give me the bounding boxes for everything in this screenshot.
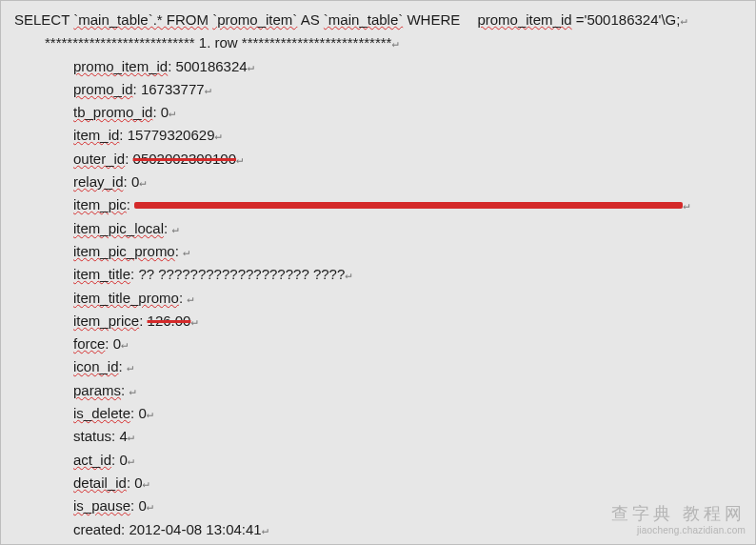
redacted-item-pic <box>134 202 683 209</box>
field-promo-item-id: promo_item_id: 500186324↵ <box>20 55 749 78</box>
field-item-title-promo: item_title_promo: ↵ <box>20 287 749 310</box>
watermark-en: jiaocheng.chazidian.com <box>611 525 746 537</box>
field-tb-promo-id: tb_promo_id: 0↵ <box>20 101 749 124</box>
stars-right: *************************** <box>242 34 392 50</box>
field-item-title: item_title: ?? ??????????????????? ????↵ <box>20 263 749 286</box>
query-line: SELECT `main_table`.* FROM `promo_item` … <box>14 9 749 31</box>
field-item-pic-local: item_pic_local: ↵ <box>20 217 749 240</box>
redacted-outer-id: 0502002309100 <box>133 151 236 167</box>
kw-select: SELECT <box>14 11 70 28</box>
field-detail-id: detail_id: 0↵ <box>20 472 749 495</box>
row-label: 1. row <box>199 34 238 50</box>
field-act-id: act_id: 0↵ <box>20 449 749 472</box>
where-field: promo_item_id <box>477 11 571 28</box>
field-status: status: 4↵ <box>20 425 749 448</box>
field-promo-id: promo_id: 16733777↵ <box>20 78 749 101</box>
promo-item: `promo_item` <box>212 11 297 28</box>
field-force: force: 0↵ <box>20 333 749 355</box>
stars-left: *************************** <box>45 34 195 50</box>
where-val: ='500186324'\G; <box>576 11 681 28</box>
field-outer-id: outer_id: 0502002309100↵ <box>20 148 749 171</box>
field-relay-id: relay_id: 0↵ <box>20 171 749 193</box>
sql-output: SELECT `main_table`.* FROM `promo_item` … <box>1 1 755 545</box>
field-item-pic-promo: item_pic_promo: ↵ <box>20 240 749 263</box>
watermark: 查字典 教程网 jiaocheng.chazidian.com <box>611 503 746 536</box>
cr-icon: ↵ <box>680 13 686 27</box>
field-item-pic: item_pic: ↵ <box>20 193 749 216</box>
field-icon-id: icon_id: ↵ <box>20 355 749 378</box>
kw-where: WHERE <box>407 11 460 28</box>
kw-as: AS <box>301 11 320 28</box>
field-params: params: ↵ <box>20 379 749 402</box>
maintable-star: `main_table`.* FROM <box>73 11 209 28</box>
watermark-cn: 查字典 教程网 <box>611 503 746 525</box>
field-item-price: item_price: 126.00↵ <box>20 310 749 333</box>
field-item-id: item_id: 15779320629↵ <box>20 124 749 147</box>
redacted-item-price: 126.00 <box>148 313 191 329</box>
cr-icon: ↵ <box>391 36 398 50</box>
maintable: `main_table` <box>324 11 403 28</box>
row-separator: *************************** 1. row *****… <box>20 31 749 54</box>
field-is-delete: is_delete: 0↵ <box>20 402 749 425</box>
